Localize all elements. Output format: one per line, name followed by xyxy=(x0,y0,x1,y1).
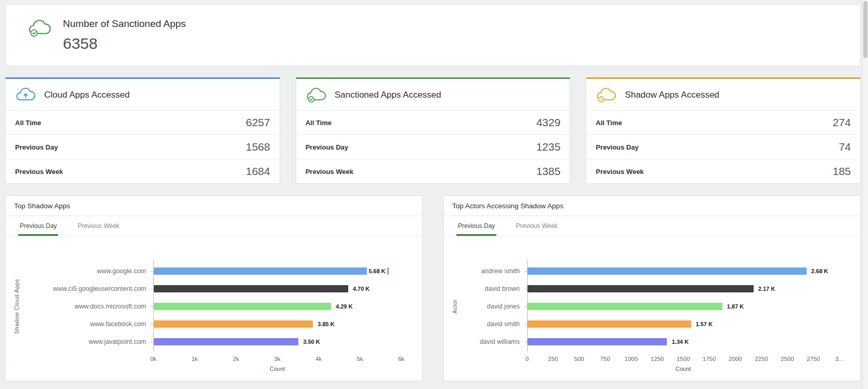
bar: 1.57 K xyxy=(528,320,691,328)
chart-tabs: Previous DayPrevious Week xyxy=(6,216,422,236)
chart-bar-row: www.facebook.com3.85 K xyxy=(22,315,401,333)
chart-rows: www.google.com5.68 Kwww.ci5.googleuserco… xyxy=(22,262,401,351)
bar-value-label: 2.68 K xyxy=(810,267,830,275)
stat-row: All Time 6257 xyxy=(6,110,280,135)
bar-track: 4.70 K xyxy=(153,285,401,292)
stat-card-sanctioned-apps: Sanctioned Apps Accessed All Time 4329 P… xyxy=(296,77,571,184)
stat-row: All Time 4329 xyxy=(296,110,570,135)
stat-card-cloud-apps: Cloud Apps Accessed All Time 6257 Previo… xyxy=(5,77,280,184)
cloud-check-icon xyxy=(306,87,326,103)
bar: 4.70 K xyxy=(154,285,348,292)
plot-area: andrew smith2.68 Kdavid brown2.17 Kdavid… xyxy=(461,262,852,372)
category-label: www.facebook.com xyxy=(22,320,153,328)
category-label: www.javatpoint.com xyxy=(22,338,153,345)
category-label: david smith xyxy=(461,320,527,328)
stat-label: Previous Day xyxy=(596,143,638,151)
vertical-scrollbar[interactable] xyxy=(862,0,868,389)
card-title: Shadow Apps Accessed xyxy=(625,90,719,100)
panel-title: Top Actors Accessing Shadow Apps xyxy=(444,196,860,216)
bar: 2.68 K xyxy=(528,267,807,275)
cloud-check-icon xyxy=(28,18,51,40)
stat-value: 1235 xyxy=(536,141,561,153)
bar-track: 1.34 K xyxy=(527,338,839,345)
card-header: Sanctioned Apps Accessed xyxy=(296,79,570,110)
tab-previous-week[interactable]: Previous Week xyxy=(76,216,121,236)
sanctioned-apps-banner: Number of Sanctioned Apps 6358 xyxy=(5,4,861,66)
top-actors-panel: Top Actors Accessing Shadow Apps Previou… xyxy=(443,195,861,381)
bar: 3.50 K xyxy=(154,338,298,345)
y-axis-label: Shadow Cloud Apps xyxy=(11,262,22,351)
bar-value-label: 1.87 K xyxy=(726,303,745,310)
category-label: david williams xyxy=(461,338,527,345)
charts-row: Top Shadow Apps Previous DayPrevious Wee… xyxy=(5,195,861,381)
bar-value-label: 3.85 K xyxy=(316,320,336,328)
stat-row: Previous Week 185 xyxy=(586,159,860,183)
card-header: Cloud Apps Accessed xyxy=(6,79,280,110)
chart-bar-row: david brown2.17 K xyxy=(461,280,839,298)
card-title: Cloud Apps Accessed xyxy=(44,90,129,100)
stat-value: 1684 xyxy=(246,165,270,178)
banner-value: 6358 xyxy=(63,35,186,52)
y-axis-label: Actor xyxy=(449,262,461,351)
x-tick-label: 1500 xyxy=(677,356,690,362)
bar-value-label: 5.68 K xyxy=(367,267,387,275)
x-tick-label: 2k xyxy=(233,356,239,362)
x-tick-label: 0k xyxy=(150,356,156,362)
stat-card-shadow-apps: Shadow Apps Accessed All Time 274 Previo… xyxy=(586,77,861,184)
stat-row: Previous Day 74 xyxy=(586,135,860,159)
x-tick-label: 250 xyxy=(548,356,558,362)
bar: 2.17 K xyxy=(528,285,754,292)
stat-label: Previous Day xyxy=(306,143,348,151)
stat-value: 74 xyxy=(839,141,851,153)
x-tick-label: 750 xyxy=(600,356,610,362)
x-tick-label: 1k xyxy=(191,356,198,362)
tab-previous-day[interactable]: Previous Day xyxy=(456,216,496,236)
bar-track: 3.85 K xyxy=(153,320,401,328)
category-label: www.google.com xyxy=(22,267,153,275)
bar: 3.85 K xyxy=(154,320,313,328)
category-label: andrew smith xyxy=(461,267,527,275)
x-axis-ticks: 0250500750100012501500175020002250250027… xyxy=(527,356,839,364)
banner-title: Number of Sanctioned Apps xyxy=(63,18,186,30)
stat-value: 274 xyxy=(833,116,851,129)
stat-row: All Time 274 xyxy=(586,110,860,135)
bar-track: 2.17 K xyxy=(527,285,839,292)
bar: 1.87 K xyxy=(528,303,722,310)
bar: 4.29 K xyxy=(154,303,331,310)
category-label: www.ci5.googleusercontent.com xyxy=(22,285,153,292)
stat-label: Previous Week xyxy=(596,168,643,176)
tab-previous-day[interactable]: Previous Day xyxy=(18,216,58,236)
chart-tabs: Previous DayPrevious Week xyxy=(444,216,860,236)
chart-bar-row: david williams1.34 K xyxy=(461,333,839,351)
x-tick-label: 2250 xyxy=(755,356,768,362)
stat-label: Previous Day xyxy=(15,143,58,151)
x-tick-label: 2500 xyxy=(781,356,794,362)
stat-row: Previous Day 1235 xyxy=(296,135,570,159)
chart-bar-row: david jones1.87 K xyxy=(461,298,839,315)
x-axis-ticks: 0k1k2k3k4k5k6k xyxy=(153,356,401,364)
x-tick-label: 1000 xyxy=(625,356,638,362)
bar-value-label: 1.57 K xyxy=(694,320,714,328)
tab-previous-week[interactable]: Previous Week xyxy=(514,216,559,236)
bar-value-label: 1.34 K xyxy=(670,338,690,345)
category-label: david jones xyxy=(461,303,527,310)
card-title: Sanctioned Apps Accessed xyxy=(335,90,441,100)
stat-value: 6257 xyxy=(246,116,270,129)
chart-bar-row: www.javatpoint.com3.50 K xyxy=(22,333,401,351)
bar-track: 3.50 K xyxy=(153,338,401,345)
shadow-apps-chart: Shadow Cloud Apps www.google.com5.68 Kww… xyxy=(6,236,422,372)
x-tick-label: 2000 xyxy=(729,356,742,362)
bar: 5.68 K xyxy=(154,267,389,275)
stat-value: 1568 xyxy=(246,141,270,153)
x-axis-label: Count xyxy=(153,366,401,372)
stat-value: 4329 xyxy=(536,116,561,129)
cloud-apps-icon xyxy=(15,87,36,103)
banner-text: Number of Sanctioned Apps 6358 xyxy=(63,16,186,52)
chart-bar-row: david smith1.57 K xyxy=(461,315,839,333)
scrollbar-thumb[interactable] xyxy=(863,1,867,58)
stat-row: Previous Week 1684 xyxy=(6,159,280,183)
bar-track: 2.68 K xyxy=(527,267,839,275)
category-label: www.docs.microsoft.com xyxy=(22,303,153,310)
x-tick-label: 1750 xyxy=(703,356,716,362)
bar-track: 5.68 K xyxy=(153,267,401,275)
